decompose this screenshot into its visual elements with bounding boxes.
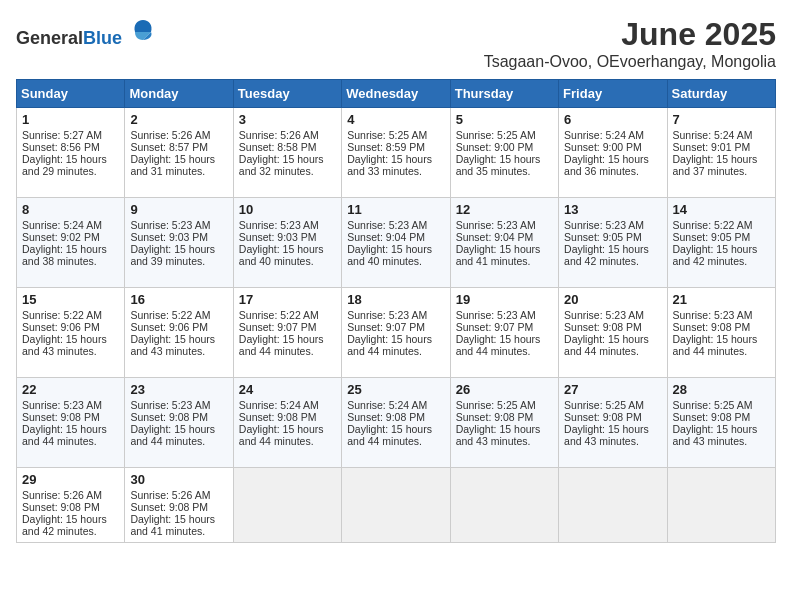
calendar-cell: 28 Sunrise: 5:25 AM Sunset: 9:08 PM Dayl…: [667, 378, 775, 468]
sunset-text: Sunset: 9:08 PM: [673, 411, 751, 423]
calendar-cell: 15 Sunrise: 5:22 AM Sunset: 9:06 PM Dayl…: [17, 288, 125, 378]
daylight-text: Daylight: 15 hours: [456, 423, 541, 435]
daylight-text: Daylight: 15 hours: [130, 423, 215, 435]
sunset-text: Sunset: 9:07 PM: [456, 321, 534, 333]
weekday-header: Monday: [125, 80, 233, 108]
calendar-cell: 4 Sunrise: 5:25 AM Sunset: 8:59 PM Dayli…: [342, 108, 450, 198]
calendar-cell: [342, 468, 450, 543]
sunset-text: Sunset: 9:01 PM: [673, 141, 751, 153]
calendar-cell: 3 Sunrise: 5:26 AM Sunset: 8:58 PM Dayli…: [233, 108, 341, 198]
day-number: 3: [239, 112, 336, 127]
calendar-cell: 18 Sunrise: 5:23 AM Sunset: 9:07 PM Dayl…: [342, 288, 450, 378]
daylight-text: Daylight: 15 hours: [456, 243, 541, 255]
sunset-text: Sunset: 9:05 PM: [673, 231, 751, 243]
calendar-week-row: 22 Sunrise: 5:23 AM Sunset: 9:08 PM Dayl…: [17, 378, 776, 468]
daylight-minutes: and 35 minutes.: [456, 165, 531, 177]
day-number: 14: [673, 202, 770, 217]
day-number: 19: [456, 292, 553, 307]
day-number: 16: [130, 292, 227, 307]
daylight-minutes: and 37 minutes.: [673, 165, 748, 177]
sunset-text: Sunset: 9:08 PM: [564, 321, 642, 333]
calendar-cell: 2 Sunrise: 5:26 AM Sunset: 8:57 PM Dayli…: [125, 108, 233, 198]
sunrise-text: Sunrise: 5:22 AM: [239, 309, 319, 321]
daylight-text: Daylight: 15 hours: [239, 423, 324, 435]
sunrise-text: Sunrise: 5:23 AM: [564, 219, 644, 231]
daylight-minutes: and 44 minutes.: [564, 345, 639, 357]
calendar-cell: 22 Sunrise: 5:23 AM Sunset: 9:08 PM Dayl…: [17, 378, 125, 468]
sunrise-text: Sunrise: 5:23 AM: [239, 219, 319, 231]
day-number: 15: [22, 292, 119, 307]
daylight-minutes: and 43 minutes.: [456, 435, 531, 447]
daylight-text: Daylight: 15 hours: [239, 153, 324, 165]
daylight-text: Daylight: 15 hours: [347, 243, 432, 255]
sunrise-text: Sunrise: 5:23 AM: [564, 309, 644, 321]
sunrise-text: Sunrise: 5:26 AM: [130, 489, 210, 501]
daylight-text: Daylight: 15 hours: [673, 333, 758, 345]
daylight-text: Daylight: 15 hours: [347, 333, 432, 345]
day-number: 17: [239, 292, 336, 307]
daylight-text: Daylight: 15 hours: [130, 153, 215, 165]
day-number: 13: [564, 202, 661, 217]
daylight-text: Daylight: 15 hours: [239, 333, 324, 345]
calendar-cell: 23 Sunrise: 5:23 AM Sunset: 9:08 PM Dayl…: [125, 378, 233, 468]
daylight-text: Daylight: 15 hours: [564, 423, 649, 435]
page-header: GeneralBlue June 2025 Tsagaan-Ovoo, OEvo…: [16, 16, 776, 71]
sunset-text: Sunset: 9:00 PM: [456, 141, 534, 153]
weekday-header: Friday: [559, 80, 667, 108]
calendar-cell: 25 Sunrise: 5:24 AM Sunset: 9:08 PM Dayl…: [342, 378, 450, 468]
subtitle: Tsagaan-Ovoo, OEvoerhangay, Mongolia: [484, 53, 776, 71]
calendar-cell: 6 Sunrise: 5:24 AM Sunset: 9:00 PM Dayli…: [559, 108, 667, 198]
sunrise-text: Sunrise: 5:22 AM: [22, 309, 102, 321]
day-number: 6: [564, 112, 661, 127]
calendar-cell: [233, 468, 341, 543]
sunrise-text: Sunrise: 5:23 AM: [130, 219, 210, 231]
daylight-minutes: and 44 minutes.: [673, 345, 748, 357]
sunset-text: Sunset: 9:04 PM: [347, 231, 425, 243]
daylight-minutes: and 42 minutes.: [673, 255, 748, 267]
calendar-cell: 9 Sunrise: 5:23 AM Sunset: 9:03 PM Dayli…: [125, 198, 233, 288]
daylight-minutes: and 44 minutes.: [239, 345, 314, 357]
calendar-cell: 27 Sunrise: 5:25 AM Sunset: 9:08 PM Dayl…: [559, 378, 667, 468]
daylight-minutes: and 38 minutes.: [22, 255, 97, 267]
daylight-text: Daylight: 15 hours: [564, 333, 649, 345]
daylight-text: Daylight: 15 hours: [673, 423, 758, 435]
day-number: 22: [22, 382, 119, 397]
calendar-cell: 1 Sunrise: 5:27 AM Sunset: 8:56 PM Dayli…: [17, 108, 125, 198]
sunrise-text: Sunrise: 5:22 AM: [673, 219, 753, 231]
sunrise-text: Sunrise: 5:23 AM: [347, 219, 427, 231]
daylight-text: Daylight: 15 hours: [130, 333, 215, 345]
sunset-text: Sunset: 9:00 PM: [564, 141, 642, 153]
daylight-text: Daylight: 15 hours: [22, 423, 107, 435]
calendar-cell: 26 Sunrise: 5:25 AM Sunset: 9:08 PM Dayl…: [450, 378, 558, 468]
daylight-minutes: and 41 minutes.: [456, 255, 531, 267]
weekday-header: Sunday: [17, 80, 125, 108]
day-number: 1: [22, 112, 119, 127]
sunrise-text: Sunrise: 5:25 AM: [564, 399, 644, 411]
daylight-text: Daylight: 15 hours: [564, 243, 649, 255]
sunrise-text: Sunrise: 5:22 AM: [130, 309, 210, 321]
calendar-cell: [667, 468, 775, 543]
sunset-text: Sunset: 9:04 PM: [456, 231, 534, 243]
sunrise-text: Sunrise: 5:26 AM: [22, 489, 102, 501]
sunset-text: Sunset: 9:05 PM: [564, 231, 642, 243]
sunset-text: Sunset: 9:06 PM: [130, 321, 208, 333]
daylight-minutes: and 43 minutes.: [673, 435, 748, 447]
day-number: 27: [564, 382, 661, 397]
daylight-minutes: and 43 minutes.: [564, 435, 639, 447]
daylight-text: Daylight: 15 hours: [564, 153, 649, 165]
daylight-text: Daylight: 15 hours: [130, 513, 215, 525]
sunset-text: Sunset: 9:06 PM: [22, 321, 100, 333]
logo-icon: [129, 16, 157, 44]
title-area: June 2025 Tsagaan-Ovoo, OEvoerhangay, Mo…: [484, 16, 776, 71]
day-number: 8: [22, 202, 119, 217]
logo-text: GeneralBlue: [16, 16, 157, 49]
weekday-header-row: SundayMondayTuesdayWednesdayThursdayFrid…: [17, 80, 776, 108]
sunset-text: Sunset: 8:59 PM: [347, 141, 425, 153]
sunset-text: Sunset: 8:57 PM: [130, 141, 208, 153]
daylight-minutes: and 40 minutes.: [239, 255, 314, 267]
sunset-text: Sunset: 9:08 PM: [347, 411, 425, 423]
day-number: 10: [239, 202, 336, 217]
day-number: 7: [673, 112, 770, 127]
sunset-text: Sunset: 9:08 PM: [239, 411, 317, 423]
daylight-minutes: and 44 minutes.: [22, 435, 97, 447]
